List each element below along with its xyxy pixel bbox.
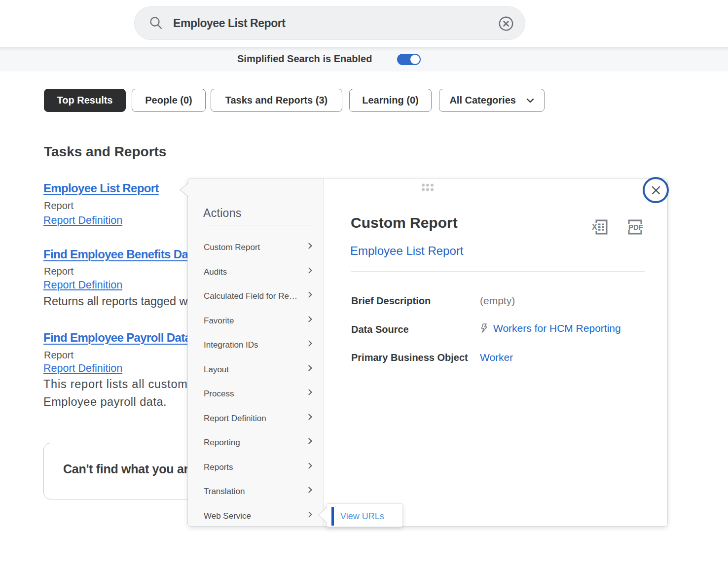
- svg-text:PDF: PDF: [628, 223, 643, 231]
- svg-text:X: X: [592, 223, 597, 231]
